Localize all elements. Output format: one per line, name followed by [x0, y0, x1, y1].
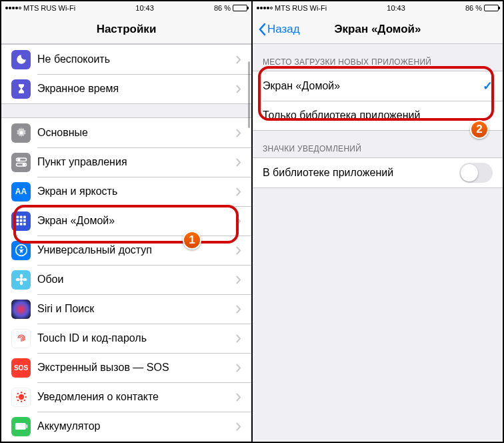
svg-point-17	[19, 274, 23, 278]
svg-rect-12	[19, 223, 22, 226]
svg-rect-5	[16, 216, 19, 219]
row-label: Пункт управления	[37, 156, 236, 168]
row-display-brightness[interactable]: AA Экран и яркость	[1, 177, 251, 206]
row-emergency-sos[interactable]: SOS Экстренный вызов — SOS	[1, 353, 251, 382]
row-label: Экстренный вызов — SOS	[37, 362, 236, 374]
screen-home-screen-settings: MTS RUS Wi-Fi 10:43 86 % Назад Экран «До…	[251, 1, 503, 442]
row-label: Touch ID и код-пароль	[37, 332, 236, 344]
page-title: Экран «Домой»	[334, 23, 421, 36]
chevron-right-icon	[236, 129, 241, 137]
annotation-badge-2: 2	[470, 120, 489, 139]
status-bar: MTS RUS Wi-Fi 10:43 86 %	[1, 1, 251, 15]
svg-point-18	[19, 281, 23, 285]
back-label: Назад	[267, 23, 300, 36]
row-label: В библиотеке приложений	[263, 167, 459, 179]
status-bar: MTS RUS Wi-Fi 10:43 86 %	[253, 1, 503, 15]
flower-icon	[11, 270, 31, 290]
row-touch-id[interactable]: Touch ID и код-пароль	[1, 324, 251, 353]
row-label: Экран и яркость	[37, 185, 236, 197]
row-label: Основные	[37, 127, 236, 139]
row-label: Экран «Домой»	[263, 80, 483, 92]
virus-icon	[11, 388, 31, 407]
sos-icon: SOS	[11, 358, 31, 378]
svg-point-16	[19, 278, 23, 282]
svg-point-19	[15, 278, 19, 282]
text-size-icon: AA	[11, 182, 31, 201]
carrier-label: MTS RUS	[275, 4, 308, 12]
page-title: Настройки	[97, 23, 157, 36]
row-siri-search[interactable]: Siri и Поиск	[1, 294, 251, 324]
svg-point-28	[17, 400, 19, 402]
row-label: Не беспокоить	[37, 53, 236, 65]
chevron-right-icon	[236, 217, 241, 226]
battery-icon	[11, 417, 31, 436]
battery-icon	[484, 5, 499, 11]
svg-rect-8	[16, 219, 19, 222]
row-badges-in-library[interactable]: В библиотеке приложений	[253, 158, 503, 187]
carrier-label: MTS RUS	[23, 4, 57, 12]
row-label: Универсальный доступ	[37, 244, 236, 256]
option-home-screen[interactable]: Экран «Домой» ✓	[253, 71, 503, 101]
wifi-label: Wi-Fi	[310, 4, 327, 12]
svg-point-25	[25, 396, 26, 398]
svg-point-27	[23, 393, 25, 395]
annotation-badge-1: 1	[183, 231, 201, 250]
row-label: Экранное время	[37, 83, 236, 95]
row-home-screen[interactable]: Экран «Домой»	[1, 206, 251, 236]
row-label: Обои	[37, 274, 236, 286]
row-accessibility[interactable]: Универсальный доступ	[1, 236, 251, 265]
svg-rect-9	[19, 219, 22, 222]
time-label: 10:43	[135, 4, 154, 12]
svg-point-2	[17, 159, 19, 161]
screen-settings-root: MTS RUS Wi-Fi 10:43 86 % Настройки Не бе…	[1, 1, 251, 442]
row-battery[interactable]: Аккумулятор	[1, 412, 251, 441]
chevron-right-icon	[236, 364, 241, 372]
switches-icon	[11, 153, 31, 172]
siri-icon	[11, 300, 31, 319]
row-general[interactable]: Основные	[1, 118, 251, 147]
option-app-library-only[interactable]: Только библиотека приложений	[253, 101, 503, 130]
accessibility-icon	[11, 241, 31, 260]
chevron-right-icon	[236, 158, 241, 167]
checkmark-icon: ✓	[483, 79, 493, 93]
battery-pct: 86 %	[465, 4, 482, 12]
section-header-download-location: МЕСТО ЗАГРУЗКИ НОВЫХ ПРИЛОЖЕНИЙ	[253, 44, 503, 71]
toggle-switch[interactable]	[459, 163, 493, 183]
row-screen-time[interactable]: Экранное время	[1, 74, 251, 103]
battery-pct: 86 %	[214, 4, 231, 12]
svg-point-4	[23, 163, 25, 165]
chevron-left-icon	[258, 23, 266, 36]
row-control-center[interactable]: Пункт управления	[1, 147, 251, 177]
chevron-right-icon	[236, 187, 241, 196]
row-wallpaper[interactable]: Обои	[1, 265, 251, 294]
chevron-right-icon	[236, 276, 241, 284]
svg-point-26	[17, 393, 19, 395]
svg-point-29	[23, 400, 25, 402]
hourglass-icon	[11, 79, 31, 99]
scroll-indicator	[248, 61, 250, 128]
row-do-not-disturb[interactable]: Не беспокоить	[1, 45, 251, 74]
svg-point-20	[23, 278, 27, 282]
time-label: 10:43	[387, 4, 405, 12]
svg-point-23	[20, 400, 22, 402]
chevron-right-icon	[236, 55, 241, 64]
chevron-right-icon	[236, 393, 241, 402]
grid-icon	[11, 211, 31, 231]
nav-bar: Настройки	[1, 15, 251, 44]
back-button[interactable]: Назад	[258, 23, 300, 36]
section-header-notification-badges: ЗНАЧКИ УВЕДОМЛЕНИЙ	[253, 131, 503, 157]
chevron-right-icon	[236, 305, 241, 314]
svg-rect-13	[23, 223, 26, 226]
row-label: Аккумулятор	[37, 420, 236, 432]
svg-rect-7	[23, 216, 26, 219]
row-label: Уведомления о контакте	[37, 391, 236, 403]
svg-rect-6	[19, 216, 22, 219]
row-label: Только библиотека приложений	[263, 109, 493, 121]
row-exposure-notifications[interactable]: Уведомления о контакте	[1, 382, 251, 412]
chevron-right-icon	[236, 246, 241, 255]
svg-point-24	[16, 396, 18, 398]
row-label: Siri и Поиск	[37, 303, 236, 315]
fingerprint-icon	[11, 329, 31, 348]
svg-point-21	[18, 394, 23, 400]
chevron-right-icon	[236, 422, 241, 431]
